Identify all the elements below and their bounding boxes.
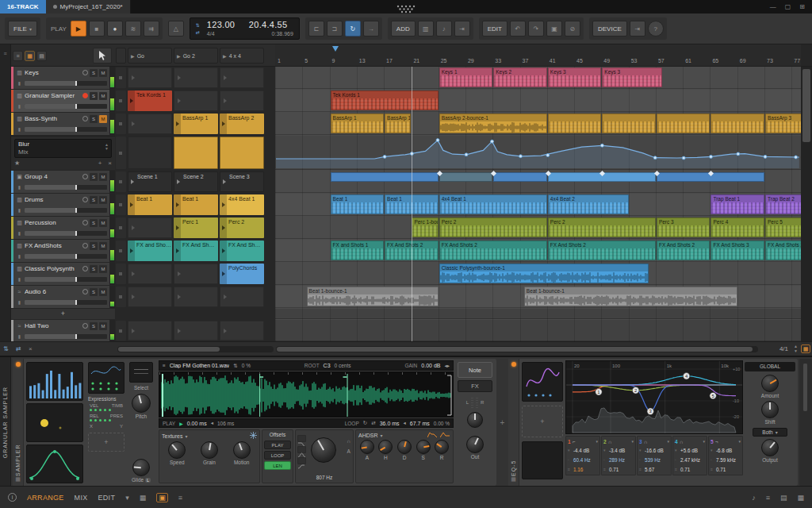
band-q-value[interactable]: ≡0.71 <box>603 464 634 474</box>
modulator-xy-display[interactable] <box>26 403 83 442</box>
pitch-knob[interactable] <box>132 394 151 413</box>
arranger-clip-keys-2[interactable]: Keys 2 <box>493 67 547 87</box>
scene-4x4[interactable]: ▶4 x 4 <box>220 48 264 64</box>
automation-write-button[interactable]: ≋ <box>125 21 141 37</box>
ahdsr-title[interactable]: AHDSR <box>358 433 378 438</box>
tab-mix[interactable]: MIX <box>75 494 88 502</box>
modulator-lfo-display[interactable] <box>522 362 563 402</box>
solo-button[interactable]: S <box>90 69 98 77</box>
follow-playhead-button[interactable]: → <box>363 21 379 37</box>
out-knob[interactable] <box>466 436 484 453</box>
band-gain-value[interactable]: ▾-3.4 dB <box>603 445 634 455</box>
freeze-icon[interactable] <box>250 432 257 440</box>
track-volume-fader[interactable] <box>25 334 107 339</box>
device-panel-track-tab[interactable]: GRANULAR SAMPLER <box>0 357 11 487</box>
clip-stop-button[interactable] <box>116 217 126 238</box>
scrollbar-thumb[interactable] <box>802 69 810 142</box>
record-arm-button[interactable] <box>82 174 88 179</box>
remote-controls-icon[interactable]: ▦ <box>15 476 21 483</box>
arranger-clip-unnamed[interactable] <box>602 114 656 133</box>
tempo-nudge-icon[interactable]: ⇅ <box>196 23 200 28</box>
record-arm-button[interactable] <box>82 243 88 248</box>
arranger-spacer-row[interactable] <box>275 309 801 319</box>
solo-button[interactable]: S <box>90 265 98 273</box>
empty-clip-slot[interactable] <box>128 114 172 134</box>
fx-tab[interactable]: FX <box>458 380 492 392</box>
vertical-scrollbar[interactable] <box>801 67 812 341</box>
filter-type-icons[interactable] <box>297 435 306 464</box>
grain-knob[interactable] <box>201 441 218 459</box>
arranger-row-group-4[interactable] <box>275 171 801 193</box>
arranger-clip-perc-5[interactable]: Perc 5 <box>765 217 801 237</box>
tempo-value[interactable]: 123.00 <box>207 21 242 29</box>
empty-clip-slot[interactable] <box>128 287 172 307</box>
clip-stop-button[interactable] <box>116 287 126 307</box>
minimize-button[interactable]: — <box>770 3 776 10</box>
lanes-view-icon[interactable]: ▤ <box>36 51 47 61</box>
gain-value[interactable]: 0.00 dB <box>421 363 440 368</box>
clip-stop-button[interactable] <box>116 241 126 261</box>
arranger-row-hall-two[interactable] <box>275 320 801 341</box>
track-volume-fader[interactable] <box>25 231 107 236</box>
record-arm-button[interactable] <box>82 116 88 121</box>
group-scene-slot-scene-2[interactable]: Scene 2 <box>174 171 218 192</box>
band-gain-value[interactable]: ▾-4.4 dB <box>568 445 598 455</box>
arranger-clip-keys-3[interactable]: Keys 3 <box>602 67 662 87</box>
record-button[interactable]: ● <box>107 21 123 37</box>
empty-clip-slot[interactable] <box>220 90 264 111</box>
track-volume-fader[interactable] <box>25 81 107 86</box>
play-length-value[interactable]: 106 ms <box>217 421 234 426</box>
eq-device-edge[interactable]: EQ-5 ▦ <box>508 359 519 486</box>
empty-clip-slot[interactable] <box>220 321 264 341</box>
band-gain-value[interactable]: ▾-16.6 dB <box>639 445 669 455</box>
add-modulator-button[interactable]: + <box>88 433 124 452</box>
clip-slot-tek-kords-1[interactable]: Tek Kords 1 <box>128 90 172 111</box>
arranger-clip-keys-1[interactable]: Keys 1 <box>439 67 493 87</box>
ahdsr-knob-h[interactable] <box>378 440 393 454</box>
arranger-clip-fx-and-shots-2[interactable]: FX And Shots 2 <box>439 241 547 260</box>
arranger-clip-classic-polysynth-bounce-1[interactable]: Classic Polysynth-bounce-1 <box>439 264 649 283</box>
arranger-clip-bassarp-1[interactable]: BassArp 1 <box>385 114 411 133</box>
clip-stop-button[interactable] <box>116 171 126 192</box>
punch-out-button[interactable]: ⊐ <box>327 21 343 37</box>
chevron-down-icon[interactable]: ▾ <box>125 494 129 502</box>
arranger-row-granular-sampler[interactable]: Tek Kords 1 <box>275 90 801 112</box>
group-scene-slot-scene-3[interactable]: Scene 3 <box>220 171 264 192</box>
track-volume-fader[interactable] <box>25 104 107 109</box>
display-mode-icons[interactable]: ⇅⇄ <box>196 23 200 35</box>
filter-cutoff-knob[interactable] <box>311 437 336 463</box>
track-header-percussion[interactable]: ▥PercussionSM▮ <box>11 217 115 239</box>
workspace-badge[interactable]: 16-TRACK <box>0 0 46 13</box>
clip-stop-button[interactable] <box>116 321 126 341</box>
clip-stop-button[interactable] <box>116 194 126 215</box>
record-arm-button[interactable] <box>82 220 88 225</box>
arranger-row-drums[interactable]: Beat 1Beat 14x4 Beat 14x4 Beat 2Trap Bea… <box>275 194 801 216</box>
ahdsr-knob-d[interactable] <box>397 440 412 454</box>
pingpong-icon[interactable]: ⇄ <box>371 420 375 426</box>
mixer-panel-icon[interactable]: ▦ <box>797 494 804 502</box>
arranger-clip-fx-and-shots-3[interactable]: FX And Shots 3 <box>710 241 764 260</box>
textures-title[interactable]: Textures <box>162 433 182 439</box>
track-list-icon[interactable]: ≡ <box>3 51 6 56</box>
eq-mode-select[interactable]: Both▾ <box>753 428 787 437</box>
solo-button[interactable]: S <box>90 242 98 250</box>
add-menu-button[interactable]: ADD <box>391 21 416 37</box>
band-gain-value[interactable]: ▾+5.6 dB <box>675 445 705 455</box>
arranger-clip-bassarp-3[interactable]: BassArp 3 <box>765 114 801 133</box>
band-frequency-value[interactable]: ◦7.59 kHz <box>710 455 741 464</box>
modulator-empty-display[interactable] <box>522 441 563 479</box>
empty-clip-slot[interactable] <box>128 217 172 238</box>
record-arm-button[interactable] <box>82 323 88 329</box>
tab-arrange[interactable]: ARRANGE <box>27 494 64 502</box>
track-header-fx-andshots[interactable]: ▥FX AndShotsSM▮ <box>11 240 115 262</box>
group-summary-segment[interactable] <box>493 172 547 182</box>
modulator-curve-display[interactable] <box>26 444 83 483</box>
root-note-value[interactable]: C3 <box>324 363 331 368</box>
sample-menu-icon[interactable]: ≡ <box>163 363 166 368</box>
window-menu-button[interactable]: ⊞ <box>799 3 805 10</box>
add-instrument-track-button[interactable]: ▥ <box>418 21 434 37</box>
band-gain-value[interactable]: ▾-6.8 dB <box>710 445 741 455</box>
empty-clip-slot[interactable] <box>128 321 172 341</box>
arranger-clip-perc-2[interactable]: Perc 2 <box>548 217 656 237</box>
band-type-icon[interactable]: ∩ <box>680 439 684 444</box>
